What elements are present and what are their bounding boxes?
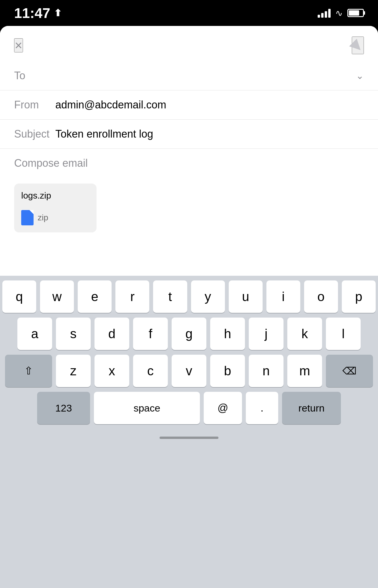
period-key[interactable]: . xyxy=(246,392,278,424)
location-icon: ⬆ xyxy=(54,7,62,19)
key-u[interactable]: u xyxy=(229,280,263,313)
keyboard-row-3: ⇧ z x c v b n m ⌫ xyxy=(2,355,376,387)
chevron-down-icon[interactable]: ⌄ xyxy=(356,70,364,81)
key-a[interactable]: a xyxy=(17,318,52,350)
home-indicator xyxy=(160,437,218,439)
keyboard-row-1: q w e r t y u i o p xyxy=(2,280,376,313)
key-m[interactable]: m xyxy=(287,355,322,387)
wifi-icon: ∿ xyxy=(335,8,343,18)
signal-icon xyxy=(318,8,331,18)
key-g[interactable]: g xyxy=(172,318,206,350)
key-j[interactable]: j xyxy=(249,318,284,350)
bottom-bar xyxy=(2,429,376,447)
key-f[interactable]: f xyxy=(133,318,168,350)
keyboard-row-2: a s d f g h j k l xyxy=(2,318,376,350)
compose-email-card: × ▶ To ⌄ From admin@abcdemail.com Subjec… xyxy=(0,26,378,588)
subject-row[interactable]: Subject Token enrollment log xyxy=(0,120,378,149)
key-k[interactable]: k xyxy=(287,318,322,350)
key-z[interactable]: z xyxy=(56,355,91,387)
file-icon xyxy=(21,210,34,225)
attachment-file-row: zip xyxy=(21,210,89,225)
compose-placeholder: Compose email xyxy=(14,157,88,169)
subject-label: Subject xyxy=(14,128,49,140)
key-o[interactable]: o xyxy=(304,280,338,313)
key-e[interactable]: e xyxy=(78,280,112,313)
key-s[interactable]: s xyxy=(56,318,91,350)
compose-body[interactable]: Compose email xyxy=(0,149,378,178)
from-value: admin@abcdemail.com xyxy=(55,99,364,111)
key-l[interactable]: l xyxy=(326,318,361,350)
toolbar-row: × ▶ xyxy=(0,26,378,61)
key-y[interactable]: y xyxy=(191,280,225,313)
key-v[interactable]: v xyxy=(172,355,206,387)
shift-key[interactable]: ⇧ xyxy=(5,355,52,387)
battery-icon xyxy=(347,9,364,17)
attachment-filename: logs.zip xyxy=(21,191,89,201)
key-h[interactable]: h xyxy=(210,318,245,350)
from-label: From xyxy=(14,99,49,111)
key-p[interactable]: p xyxy=(342,280,376,313)
status-icons: ∿ xyxy=(318,8,364,18)
keyboard: q w e r t y u i o p a s d f g h j k l ⇧ … xyxy=(0,276,378,588)
subject-value: Token enrollment log xyxy=(55,128,364,140)
space-key[interactable]: space xyxy=(94,392,200,424)
key-d[interactable]: d xyxy=(94,318,129,350)
key-w[interactable]: w xyxy=(40,280,74,313)
to-row[interactable]: To ⌄ xyxy=(0,61,378,90)
close-button[interactable]: × xyxy=(14,38,23,52)
keyboard-row-4: 123 space @ . return xyxy=(2,392,376,424)
numbers-key[interactable]: 123 xyxy=(37,392,90,424)
key-n[interactable]: n xyxy=(249,355,284,387)
delete-key[interactable]: ⌫ xyxy=(326,355,373,387)
key-r[interactable]: r xyxy=(115,280,149,313)
return-key[interactable]: return xyxy=(282,392,341,424)
to-label: To xyxy=(14,70,49,82)
status-time: 11:47 ⬆ xyxy=(14,5,62,21)
key-t[interactable]: t xyxy=(153,280,187,313)
attachment-area: logs.zip zip xyxy=(0,178,378,238)
compose-area: × ▶ To ⌄ From admin@abcdemail.com Subjec… xyxy=(0,26,378,279)
key-b[interactable]: b xyxy=(210,355,245,387)
attachment-card[interactable]: logs.zip zip xyxy=(14,184,97,232)
key-q[interactable]: q xyxy=(2,280,36,313)
file-type-label: zip xyxy=(38,213,48,222)
key-c[interactable]: c xyxy=(133,355,168,387)
send-button[interactable]: ▶ xyxy=(352,37,364,54)
key-i[interactable]: i xyxy=(266,280,300,313)
at-key[interactable]: @ xyxy=(204,392,242,424)
from-row: From admin@abcdemail.com xyxy=(0,90,378,120)
status-bar: 11:47 ⬆ ∿ xyxy=(0,0,378,26)
key-x[interactable]: x xyxy=(94,355,129,387)
